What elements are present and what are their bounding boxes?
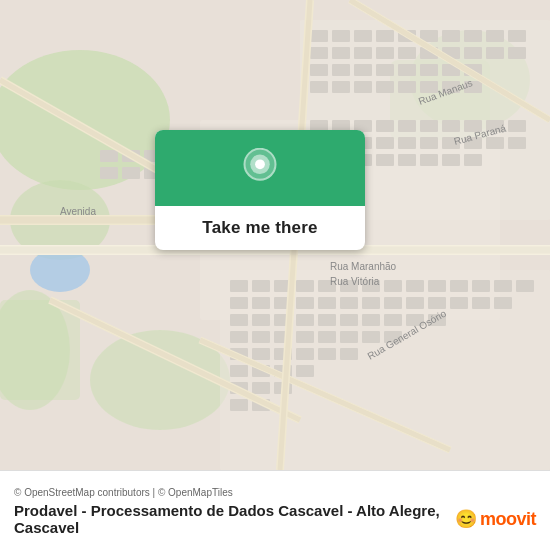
svg-rect-84 bbox=[406, 280, 424, 292]
svg-rect-96 bbox=[362, 297, 380, 309]
svg-rect-50 bbox=[376, 120, 394, 132]
svg-rect-38 bbox=[310, 81, 328, 93]
svg-rect-95 bbox=[340, 297, 358, 309]
svg-point-166 bbox=[255, 159, 265, 169]
svg-rect-116 bbox=[296, 331, 314, 343]
svg-rect-114 bbox=[252, 331, 270, 343]
location-pin-icon bbox=[238, 148, 282, 192]
svg-rect-71 bbox=[398, 154, 416, 166]
svg-rect-41 bbox=[376, 81, 394, 93]
svg-rect-109 bbox=[362, 314, 380, 326]
svg-rect-118 bbox=[340, 331, 358, 343]
svg-rect-53 bbox=[442, 120, 460, 132]
svg-rect-102 bbox=[494, 297, 512, 309]
svg-rect-70 bbox=[376, 154, 394, 166]
svg-rect-99 bbox=[428, 297, 446, 309]
svg-rect-87 bbox=[472, 280, 490, 292]
svg-rect-141 bbox=[122, 167, 140, 179]
place-row: Prodavel - Processamento de Dados Cascav… bbox=[14, 502, 536, 536]
svg-rect-24 bbox=[398, 47, 416, 59]
svg-rect-30 bbox=[310, 64, 328, 76]
take-me-there-button[interactable]: Take me there bbox=[202, 218, 317, 238]
svg-rect-52 bbox=[420, 120, 438, 132]
pin-area bbox=[155, 130, 365, 206]
svg-rect-12 bbox=[354, 30, 372, 42]
svg-rect-106 bbox=[296, 314, 314, 326]
svg-rect-62 bbox=[420, 137, 438, 149]
svg-rect-51 bbox=[398, 120, 416, 132]
button-area: Take me there bbox=[155, 206, 365, 250]
svg-rect-85 bbox=[428, 280, 446, 292]
bottom-bar: © OpenStreetMap contributors | © OpenMap… bbox=[0, 470, 550, 550]
svg-rect-39 bbox=[332, 81, 350, 93]
svg-rect-134 bbox=[230, 399, 248, 411]
svg-rect-136 bbox=[100, 150, 118, 162]
svg-text:Rua Vitória: Rua Vitória bbox=[330, 276, 380, 287]
svg-rect-21 bbox=[332, 47, 350, 59]
svg-rect-66 bbox=[508, 137, 526, 149]
svg-rect-91 bbox=[252, 297, 270, 309]
svg-rect-119 bbox=[362, 331, 380, 343]
svg-rect-11 bbox=[332, 30, 350, 42]
svg-rect-73 bbox=[442, 154, 460, 166]
svg-rect-108 bbox=[340, 314, 358, 326]
svg-rect-29 bbox=[508, 47, 526, 59]
svg-rect-7 bbox=[0, 300, 80, 400]
svg-rect-110 bbox=[384, 314, 402, 326]
svg-rect-60 bbox=[376, 137, 394, 149]
moovit-logo: 😊 moovit bbox=[455, 508, 536, 530]
svg-rect-117 bbox=[318, 331, 336, 343]
place-name: Prodavel - Processamento de Dados Cascav… bbox=[14, 502, 455, 536]
svg-rect-79 bbox=[296, 280, 314, 292]
svg-rect-22 bbox=[354, 47, 372, 59]
svg-rect-17 bbox=[464, 30, 482, 42]
svg-rect-74 bbox=[464, 154, 482, 166]
svg-rect-20 bbox=[310, 47, 328, 59]
svg-rect-98 bbox=[406, 297, 424, 309]
take-me-there-card: Take me there bbox=[155, 130, 365, 250]
svg-rect-103 bbox=[230, 314, 248, 326]
svg-rect-27 bbox=[464, 47, 482, 59]
svg-rect-88 bbox=[494, 280, 512, 292]
svg-rect-40 bbox=[354, 81, 372, 93]
svg-rect-19 bbox=[508, 30, 526, 42]
svg-rect-56 bbox=[508, 120, 526, 132]
svg-rect-31 bbox=[332, 64, 350, 76]
svg-rect-28 bbox=[486, 47, 504, 59]
svg-rect-83 bbox=[384, 280, 402, 292]
svg-text:Rua Maranhão: Rua Maranhão bbox=[330, 261, 397, 272]
svg-rect-140 bbox=[100, 167, 118, 179]
svg-rect-127 bbox=[230, 365, 248, 377]
svg-rect-33 bbox=[376, 64, 394, 76]
svg-rect-65 bbox=[486, 137, 504, 149]
svg-rect-86 bbox=[450, 280, 468, 292]
svg-rect-16 bbox=[442, 30, 460, 42]
svg-rect-32 bbox=[354, 64, 372, 76]
svg-text:Avenida: Avenida bbox=[60, 206, 96, 217]
svg-rect-107 bbox=[318, 314, 336, 326]
svg-rect-104 bbox=[252, 314, 270, 326]
svg-rect-77 bbox=[252, 280, 270, 292]
svg-rect-101 bbox=[472, 297, 490, 309]
svg-rect-97 bbox=[384, 297, 402, 309]
svg-rect-35 bbox=[420, 64, 438, 76]
svg-rect-61 bbox=[398, 137, 416, 149]
svg-rect-10 bbox=[310, 30, 328, 42]
svg-rect-18 bbox=[486, 30, 504, 42]
svg-rect-132 bbox=[252, 382, 270, 394]
svg-rect-130 bbox=[296, 365, 314, 377]
map-attribution: © OpenStreetMap contributors | © OpenMap… bbox=[14, 487, 536, 498]
svg-rect-72 bbox=[420, 154, 438, 166]
svg-rect-76 bbox=[230, 280, 248, 292]
svg-rect-13 bbox=[376, 30, 394, 42]
svg-rect-34 bbox=[398, 64, 416, 76]
moovit-brand-text: moovit bbox=[480, 509, 536, 530]
svg-rect-126 bbox=[340, 348, 358, 360]
svg-rect-100 bbox=[450, 297, 468, 309]
map-container: Rua Manaus Rua Paraná Rua Maranhão Rua V… bbox=[0, 0, 550, 470]
svg-rect-124 bbox=[296, 348, 314, 360]
svg-rect-94 bbox=[318, 297, 336, 309]
moovit-emoji: 😊 bbox=[455, 508, 477, 530]
svg-rect-113 bbox=[230, 331, 248, 343]
svg-rect-89 bbox=[516, 280, 534, 292]
